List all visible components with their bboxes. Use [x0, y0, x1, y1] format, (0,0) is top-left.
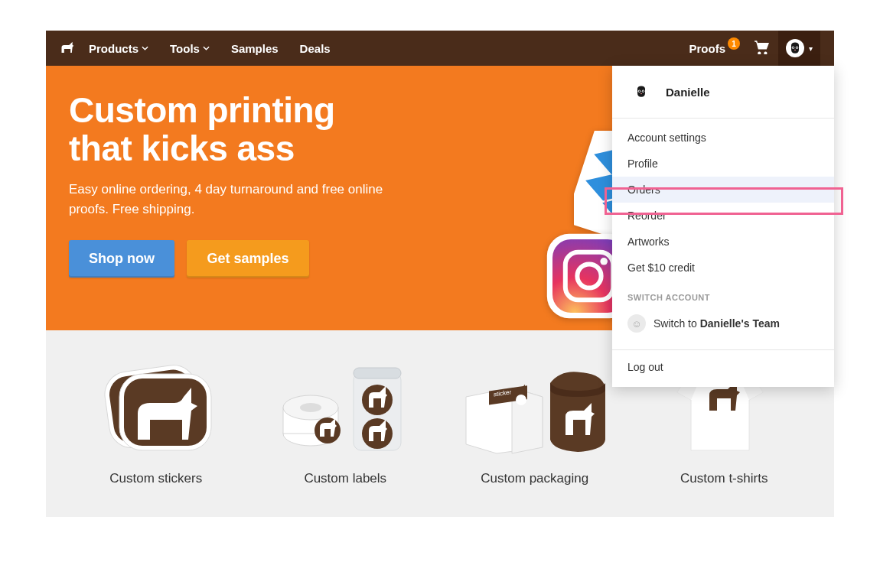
svg-point-40: [639, 90, 640, 92]
menu-get-credit[interactable]: Get $10 credit: [612, 255, 834, 281]
nav-label: Tools: [170, 42, 200, 55]
svg-point-3: [793, 47, 794, 48]
hero-subtitle: Easy online ordering, 4 day turnaround a…: [69, 180, 390, 219]
nav-samples[interactable]: Samples: [231, 42, 279, 55]
svg-point-41: [643, 90, 644, 92]
svg-point-29: [315, 417, 341, 443]
product-image: [65, 353, 247, 460]
switch-account-label: SWITCH ACCOUNT: [612, 281, 834, 308]
product-image: [254, 353, 436, 460]
nav-label: Deals: [300, 42, 331, 55]
nav-deals[interactable]: Deals: [300, 42, 331, 55]
nav-label: Products: [89, 42, 139, 55]
menu-reorder[interactable]: Reorder: [612, 203, 834, 229]
get-samples-button[interactable]: Get samples: [187, 240, 308, 278]
product-label: Custom labels: [254, 471, 436, 486]
menu-orders[interactable]: Orders: [612, 177, 834, 203]
dropdown-header: Danielle: [612, 66, 834, 119]
proofs-label: Proofs: [689, 42, 725, 55]
logo-icon[interactable]: [60, 41, 75, 55]
menu-account-settings[interactable]: Account settings: [612, 125, 834, 151]
nav-products[interactable]: Products: [89, 42, 148, 55]
svg-point-33: [362, 418, 393, 449]
shop-now-button[interactable]: Shop now: [69, 240, 174, 278]
account-dropdown: Danielle Account settings Profile Orders…: [612, 66, 834, 387]
switch-account-item[interactable]: ☺ Switch to Danielle's Team: [612, 308, 834, 345]
product-image: sticker: [444, 353, 626, 460]
cart-icon[interactable]: [754, 41, 769, 57]
product-label: Custom packaging: [444, 471, 626, 486]
svg-point-42: [640, 93, 642, 94]
product-label: Custom stickers: [65, 471, 247, 486]
avatar: [627, 78, 655, 106]
nav-proofs[interactable]: Proofs 1: [689, 42, 740, 55]
svg-point-32: [362, 385, 393, 415]
product-labels[interactable]: Custom labels: [254, 353, 436, 486]
product-stickers[interactable]: Custom stickers: [65, 353, 247, 486]
product-label: Custom t-shirts: [633, 471, 815, 486]
menu-artworks[interactable]: Artworks: [612, 229, 834, 255]
svg-point-36: [516, 395, 526, 405]
account-menu-trigger[interactable]: ▾: [778, 31, 820, 66]
top-nav: Products Tools Samples Deals Proofs 1 ▾: [46, 31, 834, 66]
proofs-badge: 1: [728, 37, 740, 50]
product-packaging[interactable]: sticker Custom packaging: [444, 353, 626, 486]
user-name: Danielle: [666, 86, 710, 99]
svg-point-4: [797, 47, 798, 48]
nav-label: Samples: [231, 42, 279, 55]
chevron-down-icon: [142, 46, 148, 50]
smile-icon: ☺: [627, 314, 646, 333]
chevron-down-icon: ▾: [809, 44, 813, 53]
menu-profile[interactable]: Profile: [612, 151, 834, 177]
svg-point-28: [300, 403, 321, 412]
avatar: [786, 39, 804, 57]
menu-logout[interactable]: Log out: [612, 349, 834, 387]
svg-point-5: [794, 50, 796, 50]
nav-tools[interactable]: Tools: [170, 42, 210, 55]
svg-rect-31: [354, 368, 401, 378]
svg-point-18: [600, 258, 608, 265]
chevron-down-icon: [203, 46, 210, 50]
